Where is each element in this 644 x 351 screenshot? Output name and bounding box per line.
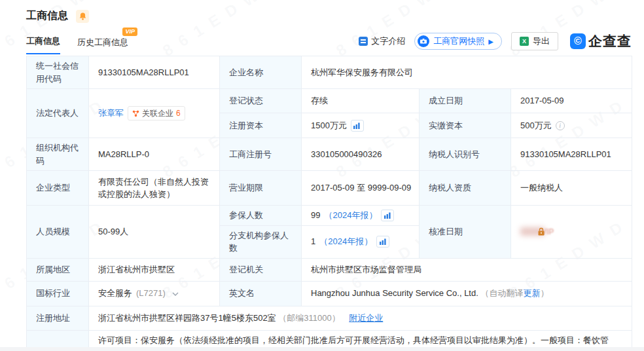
tab-label: 工商信息 xyxy=(26,36,60,46)
field-value: 杭州市拱墅区市场监督管理局 xyxy=(302,258,632,281)
tab-business-info[interactable]: 工商信息 xyxy=(26,35,60,54)
table-row: 法定代表人 张章军 关联企业 6 登记状态 存续 成立日期 2017-05-09 xyxy=(27,89,632,113)
lock-icon xyxy=(537,227,545,236)
field-label: 注册地址 xyxy=(27,306,89,330)
field-value: 杭州军华保安服务有限公司 xyxy=(302,56,632,89)
badge-count: 6 xyxy=(176,107,181,119)
toolbar: 文字介绍 工商官网快照 ▶ X 导出 © 企查查 xyxy=(359,32,632,54)
qichacha-logo-text: 企查查 xyxy=(588,32,632,50)
business-info-panel: 工商信息 工商信息 历史工商信息 VIP 文字介绍 工商官网快照 ▶ xyxy=(0,0,644,351)
field-label: 分支机构参保人数 xyxy=(220,225,302,258)
field-value: 50-99人 xyxy=(89,206,220,259)
field-value: 2017-05-09 xyxy=(511,89,632,113)
text-intro-label: 文字介绍 xyxy=(371,35,405,47)
info-icon[interactable]: i xyxy=(556,121,565,130)
english-name-value: Hangzhou Junhua Security Service Co., Lt… xyxy=(311,288,478,298)
field-value: 99 （2024年报） xyxy=(302,206,420,226)
panel-header: 工商信息 xyxy=(26,9,632,23)
translate-note: ） xyxy=(540,288,548,298)
badge-label: 关联企业 xyxy=(142,107,173,119)
field-label: 工商注册号 xyxy=(220,138,302,171)
reg-capital-value: 1500万元 xyxy=(311,119,347,132)
document-icon xyxy=(359,37,368,46)
field-label: 营业期限 xyxy=(220,171,302,206)
paid-capital-value: 500万元 xyxy=(520,119,552,132)
field-value: 浙江省杭州市拱墅区祥园路37号1幢5楼东502室 （邮编311000） 附近企业 xyxy=(89,306,632,330)
field-value: 91330105MA28RLLP01 xyxy=(89,56,220,89)
tab-history-business-info[interactable]: 历史工商信息 VIP xyxy=(77,37,128,54)
page-bottom-strip xyxy=(0,347,644,351)
page-title: 工商信息 xyxy=(26,9,68,23)
official-snapshot-button[interactable]: 工商官网快照 ▶ xyxy=(414,33,502,50)
field-label: 纳税人资质 xyxy=(420,171,511,206)
field-label: 核准日期 xyxy=(420,206,511,259)
export-label: 导出 xyxy=(533,35,550,47)
industry-code: (L7271) xyxy=(136,287,166,300)
vip-badge: VIP xyxy=(122,28,137,36)
field-label: 人员规模 xyxy=(27,206,89,259)
field-value: 一般纳税人 xyxy=(511,171,632,206)
field-label: 所属地区 xyxy=(27,258,89,281)
field-label: 登记机关 xyxy=(220,258,302,281)
arrow-right-icon: ▶ xyxy=(488,38,493,45)
bell-icon[interactable] xyxy=(76,10,89,23)
field-value: 安全服务 (L7271) xyxy=(89,281,220,306)
field-value: 存续 xyxy=(302,89,420,113)
tabbar: 工商信息 历史工商信息 VIP 文字介绍 工商官网快照 ▶ X 导出 xyxy=(26,32,632,54)
translate-refresh-link[interactable]: 更新 xyxy=(523,288,540,298)
field-label: 登记状态 xyxy=(220,89,302,113)
field-value: 1500万元 xyxy=(302,113,420,138)
qichacha-logo: © 企查查 xyxy=(570,32,632,50)
field-value: MA28RLLP-0 xyxy=(89,138,220,171)
annual-report-link[interactable]: （2024年报） xyxy=(319,235,372,248)
trend-chart-icon[interactable] xyxy=(381,210,394,221)
address-value: 浙江省杭州市拱墅区祥园路37号1幢5楼东502室 xyxy=(98,313,276,323)
export-button[interactable]: X 导出 xyxy=(511,32,558,50)
field-value: 张章军 关联企业 6 xyxy=(89,89,220,138)
field-value-locked: VIP xyxy=(511,206,632,259)
field-label: 统一社会信用代码 xyxy=(27,56,89,89)
table-row: 企业类型 有限责任公司（非自然人投资或控股的法人独资） 营业期限 2017-05… xyxy=(27,171,632,206)
table-row: 人员规模 50-99人 参保人数 99 （2024年报） 核准日期 VIP xyxy=(27,206,632,226)
excel-icon: X xyxy=(520,37,529,46)
related-companies-badge[interactable]: 关联企业 6 xyxy=(128,106,185,120)
field-label: 法定代表人 xyxy=(27,89,89,138)
insured-count-value: 99 xyxy=(311,209,320,222)
table-row: 所属地区 浙江省杭州市拱墅区 登记机关 杭州市拱墅区市场监督管理局 xyxy=(27,258,632,281)
field-label: 国标行业 xyxy=(27,281,89,306)
legal-rep-link[interactable]: 张章军 xyxy=(98,107,124,120)
field-label: 成立日期 xyxy=(420,89,511,113)
field-value: 1 （2024年报） xyxy=(302,225,420,258)
translate-note: （自动翻译 xyxy=(480,288,523,298)
qichacha-logo-icon: © xyxy=(570,33,586,49)
annual-report-link[interactable]: （2024年报） xyxy=(324,209,377,222)
trend-chart-icon[interactable] xyxy=(376,236,389,248)
table-row: 组织机构代码 MA28RLLP-0 工商注册号 330105000490326 … xyxy=(27,138,632,171)
table-row: 统一社会信用代码 91330105MA28RLLP01 企业名称 杭州军华保安服… xyxy=(27,56,632,89)
nearby-companies-link[interactable]: 附近企业 xyxy=(349,313,383,323)
field-label: 企业类型 xyxy=(27,171,89,206)
table-row: 国标行业 安全服务 (L7271) 英文名 Hangzhou Junhua Se… xyxy=(27,281,632,306)
trend-chart-icon[interactable] xyxy=(351,120,364,132)
field-label: 注册资本 xyxy=(220,113,302,138)
field-value: 91330105MA28RLLP01 xyxy=(511,138,632,171)
tab-label: 历史工商信息 xyxy=(77,37,128,47)
chevron-down-icon[interactable] xyxy=(172,287,179,300)
camera-icon xyxy=(418,35,429,47)
network-icon xyxy=(132,110,139,117)
field-label: 企业名称 xyxy=(220,56,302,89)
field-value: 2017-05-09 至 9999-09-09 xyxy=(302,171,420,206)
branch-insured-value: 1 xyxy=(311,235,315,248)
field-label: 实缴资本 xyxy=(420,113,511,138)
field-label: 参保人数 xyxy=(220,206,302,226)
industry-value: 安全服务 xyxy=(98,287,132,300)
field-value: 浙江省杭州市拱墅区 xyxy=(89,258,220,281)
business-info-table: 统一社会信用代码 91330105MA28RLLP01 企业名称 杭州军华保安服… xyxy=(26,56,632,351)
text-intro-button[interactable]: 文字介绍 xyxy=(359,35,405,47)
field-label: 组织机构代码 xyxy=(27,138,89,171)
field-value: 500万元 i xyxy=(511,113,632,138)
field-value: 330105000490326 xyxy=(302,138,420,171)
address-postcode: （邮编311000） xyxy=(278,313,340,323)
field-value: Hangzhou Junhua Security Service Co., Lt… xyxy=(302,281,632,306)
table-row: 注册地址 浙江省杭州市拱墅区祥园路37号1幢5楼东502室 （邮编311000）… xyxy=(27,306,632,330)
